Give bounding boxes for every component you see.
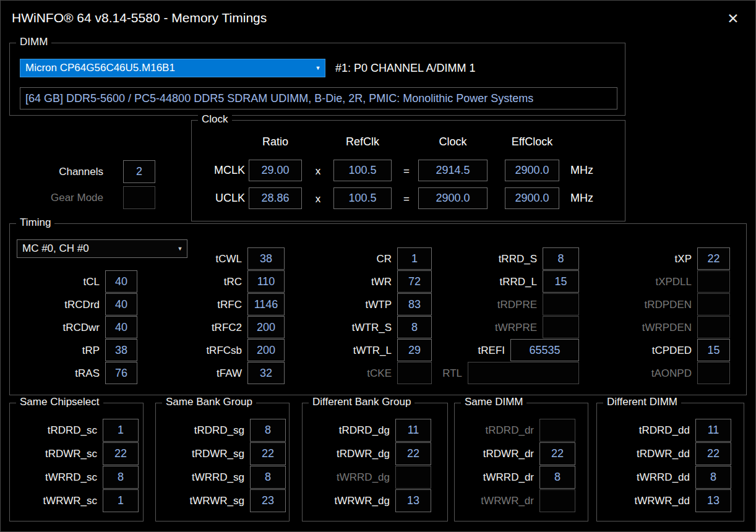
timing-row: tFAW 32 [178,362,285,385]
ratio-value: 28.86 [249,187,302,209]
timing-value [543,316,579,338]
timing-value: 72 [397,270,432,293]
timing-label: tCL [35,270,100,293]
timing-label: tWRRD_dg [303,466,390,489]
close-icon: ✕ [727,11,739,27]
timing-label: tWRRD_dr [455,466,534,489]
timing-value: 83 [397,293,432,315]
channels-row: Channels 2 [29,160,155,183]
ratio-value: 29.00 [249,160,302,181]
timing-row: tWRRD_dg [303,466,447,489]
timing-value: 1 [397,247,432,270]
timing-row: tWRWR_dg 13 [303,489,447,513]
dimm-selector[interactable]: Micron CP64G56C46U5.M16B1 ▼ [20,59,325,77]
timing-label: tRFCsb [178,339,242,362]
timing-label: tRFC [178,293,242,316]
timing-row: tRAS 76 [35,362,137,385]
gear-mode-row: Gear Mode [29,186,155,209]
timing-row: tWRWR_sc 1 [10,489,143,513]
multiply-symbol: x [309,160,327,183]
timing-value: 65535 [510,339,579,361]
timing-row: tRDRD_dg 11 [303,419,447,442]
timing-value: 200 [247,316,285,338]
timing-row: tRFC2 200 [178,316,285,339]
timing-label: CR [327,247,392,270]
ratio-header: Ratio [249,135,302,148]
timing-label: tWRWR_sg [156,489,244,513]
timing-label: tREFI [440,339,505,362]
ta-rows: tRDRD_sc 1 tRDWR_sc 22 tWRRD_sc 8 tWRWR_… [10,419,143,513]
timing-label: tRCDrd [35,293,100,316]
timing-row: tWRRD_dd 8 [597,466,744,489]
timing-value [697,362,730,384]
timing-value: 8 [539,466,575,489]
timing-row: tRDRD_dd 11 [597,419,744,442]
timing-label: tRCDwr [35,316,100,339]
timing-row: tRDRD_sg 8 [156,419,289,442]
timing-label: tRFC2 [178,316,242,339]
timing-row: tRDWR_dg 22 [303,442,447,466]
equals-symbol: = [398,187,415,211]
timing-label: tWRPDEN [627,316,692,339]
window-title: HWiNFO® 64 v8.14-5580 - Memory Timings [12,11,267,25]
timing-label: tWRRD_dd [597,466,690,489]
timing-row: tWTP 83 [327,293,432,316]
effclock-header: EffClock [501,135,563,148]
timing-value: 22 [697,247,730,270]
timing-row: tRP 38 [35,339,137,362]
clock-rows: MCLK 29.00 x 100.5 = 2914.5 2900.0 MHz U… [192,160,625,215]
timing-value: 40 [105,316,137,338]
timing-channel-selector[interactable]: MC #0, CH #0 ▼ [17,239,187,258]
timing-group: Timing MC #0, CH #0 ▼ tCL 40 tRCDrd 40 t… [9,223,747,395]
timing-value [468,362,579,384]
timing-label: tRDRD_sc [10,419,97,442]
timing-value: 110 [247,270,285,293]
dimm-slot-label: #1: P0 CHANNEL A/DIMM 1 [335,59,475,77]
clock-group: Clock Ratio RefClk Clock EffClock MCLK 2… [191,120,625,221]
timing-row: tRRD_S 8 [473,247,579,270]
turnaround-group: Different Bank Group tRDRD_dg 11 tRDWR_d… [302,403,448,521]
dimm-selector-value: Micron CP64G56C46U5.M16B1 [20,62,311,74]
timing-label: tWRWR_dr [455,489,534,513]
timing-value: 200 [247,339,285,361]
timing-row: CR 1 [327,247,432,270]
timing-value: 13 [395,489,431,512]
timing-column: CR 1 tWR 72 tWTP 83 tWTR_S 8 tWTR_L 29 t… [327,247,432,385]
timing-label: tRDPRE [473,293,537,316]
gear-mode-label: Gear Mode [29,186,103,209]
timing-row: tRDPRE [473,293,579,316]
timing-label: tRDWR_dd [597,442,690,466]
timing-value: 8 [103,466,139,489]
timing-label: tWR [327,270,392,293]
timing-label: tRC [178,270,242,293]
close-button[interactable]: ✕ [721,8,745,29]
titlebar: HWiNFO® 64 v8.14-5580 - Memory Timings ✕ [1,1,755,35]
timing-label: tRDWR_sc [10,442,97,466]
timing-label: tXPDLL [627,270,692,293]
channels-label: Channels [29,160,103,183]
timing-label: tWTP [327,293,392,316]
dimm-info-box: [64 GB] DDR5-5600 / PC5-44800 DDR5 SDRAM… [20,87,617,109]
timing-column: tCL 40 tRCDrd 40 tRCDwr 40 tRP 38 tRAS 7… [35,270,137,385]
group-title: Same Bank Group [162,396,256,408]
timing-row: tCKE [327,362,432,385]
dimm-group-label: DIMM [16,36,51,48]
timing-value: 15 [697,339,730,361]
timing-row: tWRPDEN [627,316,730,339]
timing-row: tRFCsb 200 [178,339,285,362]
timing-row: tRDWR_sg 22 [156,442,289,466]
clock-value: 2914.5 [418,160,488,181]
timing-label: RTL [439,362,462,385]
group-title: Different DIMM [603,396,681,408]
clock-header: Clock [418,135,488,148]
memory-timings-window: HWiNFO® 64 v8.14-5580 - Memory Timings ✕… [0,0,756,532]
timing-channel-selector-value: MC #0, CH #0 [17,242,173,255]
timing-value: 1146 [247,293,285,315]
timing-row: tRCDrd 40 [35,293,137,316]
timing-group-label: Timing [16,217,54,229]
timing-row: tRDRD_sc 1 [10,419,143,442]
timing-label: tRDWR_sg [156,442,244,466]
timing-value: 13 [695,489,731,512]
timing-row: tRFC 1146 [178,293,285,316]
timing-value [539,489,575,512]
